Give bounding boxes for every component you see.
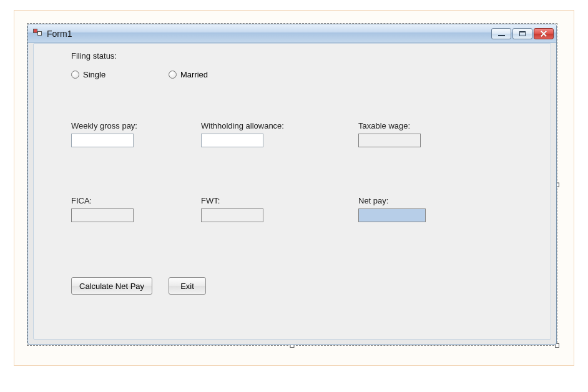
maximize-button[interactable] [512,28,532,39]
withholding-allowance-label: Withholding allowance: [201,121,284,130]
exit-button[interactable]: Exit [169,277,206,295]
filing-married-radio[interactable]: Married [169,70,208,79]
weekly-gross-pay-label: Weekly gross pay: [71,121,137,130]
designer-canvas: Form1 Filing status: S [14,10,574,366]
radio-icon [169,71,177,79]
radio-icon [71,71,79,79]
window-title: Form1 [47,29,491,39]
minimize-button[interactable] [491,28,511,39]
fica-output [71,208,134,222]
taxable-wage-label: Taxable wage: [358,121,410,130]
fwt-output [201,208,263,222]
fwt-label: FWT: [201,196,220,205]
window-controls [491,28,554,39]
close-button[interactable] [534,28,554,39]
designer-selection: Form1 Filing status: S [27,23,557,346]
fica-label: FICA: [71,196,92,205]
net-pay-output [358,208,426,222]
app-icon [33,29,43,39]
maximize-icon [519,31,526,36]
form-window: Form1 Filing status: S [27,24,557,345]
calculate-button[interactable]: Calculate Net Pay [71,277,152,295]
taxable-wage-output [358,134,421,147]
net-pay-label: Net pay: [358,196,388,205]
withholding-allowance-input[interactable] [201,134,263,147]
minimize-icon [498,35,505,36]
weekly-gross-pay-input[interactable] [71,134,134,147]
radio-label-single: Single [83,70,105,79]
radio-label-married: Married [180,70,208,79]
close-icon [540,31,547,37]
form-client-area: Filing status: Single Married Weekly gro… [33,43,551,340]
titlebar[interactable]: Form1 [28,24,556,43]
filing-status-label: Filing status: [71,51,117,61]
filing-single-radio[interactable]: Single [71,70,105,79]
